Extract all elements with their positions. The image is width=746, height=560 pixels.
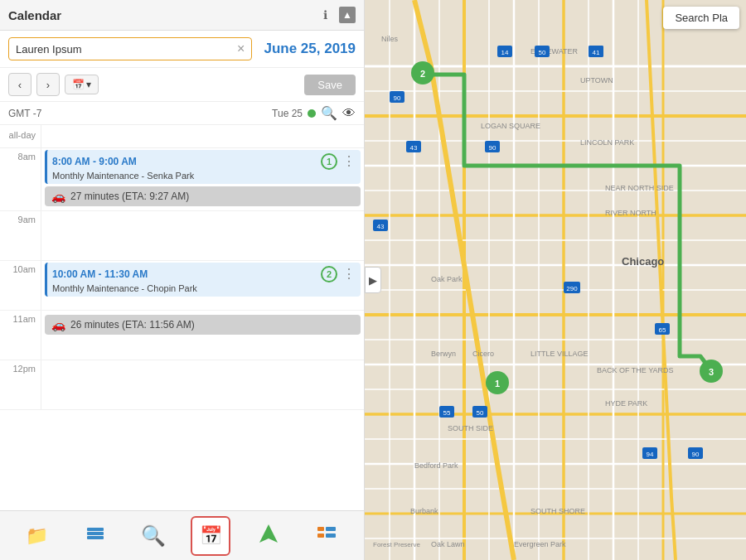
svg-text:90: 90 (692, 451, 700, 458)
scroll-up-button[interactable]: ▲ (339, 7, 356, 23)
hour-row-12pm: 12pm (0, 360, 364, 410)
nav-calendar-button[interactable]: 📅 (191, 516, 230, 556)
svg-rect-2 (87, 536, 104, 539)
main-container: Calendar ℹ ▲ × June 25, 2019 ‹ › 📅 ▾ Sav… (0, 0, 746, 560)
svg-rect-5 (326, 527, 336, 531)
svg-text:90: 90 (489, 144, 497, 152)
travel-text-1: 27 minutes (ETA: 9:27 AM) (70, 191, 189, 202)
svg-text:Niles: Niles (381, 35, 399, 43)
event-block-1[interactable]: 8:00 AM - 9:00 AM 1 ⋮ Monthly Maintenanc… (45, 150, 361, 184)
layers-icon (85, 523, 106, 549)
allday-events (41, 125, 364, 147)
timezone-bar: GMT -7 Tue 25 🔍 👁 (0, 102, 364, 125)
event-title-row-1: 8:00 AM - 9:00 AM 1 ⋮ (52, 153, 356, 170)
map-background: EDGEWATER UPTOWN LOGAN SQUARE LINCOLN PA… (365, 0, 746, 560)
day-text: Tue 25 (272, 108, 303, 119)
hour-label-8am: 8am (0, 148, 41, 210)
nav-bar: ‹ › 📅 ▾ Save (0, 68, 364, 102)
events-col-12pm (41, 360, 364, 409)
panel-header-icons: ℹ ▲ (317, 7, 356, 23)
svg-text:43: 43 (377, 223, 385, 230)
hour-row-11am: 11am 🚗 26 minutes (ETA: 11:56 AM) (0, 311, 364, 360)
svg-text:14: 14 (501, 49, 509, 56)
svg-text:Berwyn: Berwyn (431, 350, 456, 358)
svg-text:Cicero: Cicero (472, 350, 494, 358)
allday-label: all-day (0, 125, 41, 147)
search-places-button[interactable]: Search Pla (663, 7, 739, 29)
svg-text:NEAR NORTH SIDE: NEAR NORTH SIDE (605, 184, 674, 192)
svg-text:3: 3 (709, 367, 714, 377)
svg-text:LITTLE VILLAGE: LITTLE VILLAGE (530, 350, 589, 358)
nav-layers-button[interactable] (75, 516, 115, 556)
left-panel: Calendar ℹ ▲ × June 25, 2019 ‹ › 📅 ▾ Sav… (0, 0, 365, 560)
next-button[interactable]: › (36, 73, 60, 96)
zoom-icon[interactable]: 🔍 (321, 105, 337, 121)
svg-text:RIVER NORTH: RIVER NORTH (605, 209, 656, 217)
svg-text:43: 43 (410, 144, 418, 152)
svg-text:290: 290 (566, 285, 578, 292)
svg-text:Chicago: Chicago (622, 255, 664, 268)
calendar-icon: 📅 (200, 525, 222, 547)
calendar-picker-arrow: ▾ (86, 79, 91, 90)
nav-search-button[interactable]: 🔍 (133, 516, 173, 556)
events-col-8am: 8:00 AM - 9:00 AM 1 ⋮ Monthly Maintenanc… (41, 148, 364, 210)
folders-icon: 📁 (26, 525, 48, 547)
hour-row-8am: 8am 8:00 AM - 9:00 AM 1 ⋮ Monthly Mainte… (0, 148, 364, 211)
status-dot (308, 109, 316, 118)
svg-text:50: 50 (539, 49, 546, 56)
svg-text:Burbank: Burbank (410, 507, 438, 515)
hour-row-10am: 10am 10:00 AM - 11:30 AM 2 ⋮ Monthly Mai… (0, 261, 364, 311)
info-icon[interactable]: ℹ (317, 7, 332, 22)
nav-navigate-button[interactable] (249, 516, 288, 556)
svg-text:SOUTH SIDE: SOUTH SIDE (448, 424, 493, 432)
svg-text:SOUTH SHORE: SOUTH SHORE (530, 507, 585, 515)
timezone-label: GMT -7 (8, 108, 41, 119)
events-col-10am: 10:00 AM - 11:30 AM 2 ⋮ Monthly Maintena… (41, 261, 364, 310)
event-block-2[interactable]: 10:00 AM - 11:30 AM 2 ⋮ Monthly Maintena… (45, 263, 361, 297)
svg-text:94: 94 (647, 451, 654, 458)
event-time-2: 10:00 AM - 11:30 AM (52, 268, 148, 280)
event-name-1: Monthly Maintenance - Senka Park (52, 171, 356, 181)
svg-rect-6 (317, 533, 324, 538)
navigate-icon (258, 523, 279, 549)
event-title-row-2: 10:00 AM - 11:30 AM 2 ⋮ (52, 266, 356, 282)
travel-block-1: 🚗 27 minutes (ETA: 9:27 AM) (45, 186, 361, 206)
calendar-picker-icon: 📅 (72, 79, 85, 90)
collapse-panel-button[interactable]: ▶ (365, 267, 381, 293)
hour-label-12pm: 12pm (0, 360, 41, 409)
car-icon-2: 🚗 (51, 318, 65, 331)
events-col-9am (41, 211, 364, 260)
hour-row-9am: 9am (0, 211, 364, 261)
map-panel[interactable]: EDGEWATER UPTOWN LOGAN SQUARE LINCOLN PA… (365, 0, 746, 560)
event-name-2: Monthly Maintenance - Chopin Park (52, 283, 356, 293)
prev-button[interactable]: ‹ (8, 73, 31, 96)
svg-text:LINCOLN PARK: LINCOLN PARK (580, 138, 634, 147)
svg-text:65: 65 (659, 326, 666, 334)
svg-text:LOGAN SQUARE: LOGAN SQUARE (481, 122, 540, 130)
panel-title: Calendar (8, 8, 61, 22)
save-button[interactable]: Save (304, 75, 356, 95)
bottom-nav: 📁 🔍 📅 (0, 510, 364, 560)
nav-folders-button[interactable]: 📁 (17, 516, 57, 556)
search-input[interactable] (16, 43, 237, 56)
event-time-1: 8:00 AM - 9:00 AM (52, 156, 137, 167)
nav-list-button[interactable] (307, 516, 346, 556)
svg-rect-7 (326, 533, 336, 538)
svg-rect-4 (317, 527, 324, 531)
list-icon (316, 523, 337, 549)
travel-text-2: 26 minutes (ETA: 11:56 AM) (70, 319, 195, 331)
calendar-body[interactable]: all-day 8am 8:00 AM - 9:00 AM 1 ⋮ (0, 125, 364, 510)
eye-icon[interactable]: 👁 (342, 106, 356, 121)
events-col-11am: 🚗 26 minutes (ETA: 11:56 AM) (41, 311, 364, 360)
svg-text:Bedford Park: Bedford Park (414, 461, 458, 470)
hour-label-11am: 11am (0, 311, 41, 360)
date-label: June 25, 2019 (264, 41, 356, 57)
svg-text:50: 50 (477, 409, 484, 417)
svg-text:Oak Lawn: Oak Lawn (431, 540, 465, 548)
search-clear-button[interactable]: × (237, 41, 245, 56)
event-menu-button-2[interactable]: ⋮ (342, 268, 356, 281)
search-bar: × June 25, 2019 (0, 31, 364, 68)
event-menu-button-1[interactable]: ⋮ (342, 155, 356, 168)
svg-marker-3 (259, 524, 278, 543)
calendar-picker-button[interactable]: 📅 ▾ (65, 75, 99, 94)
